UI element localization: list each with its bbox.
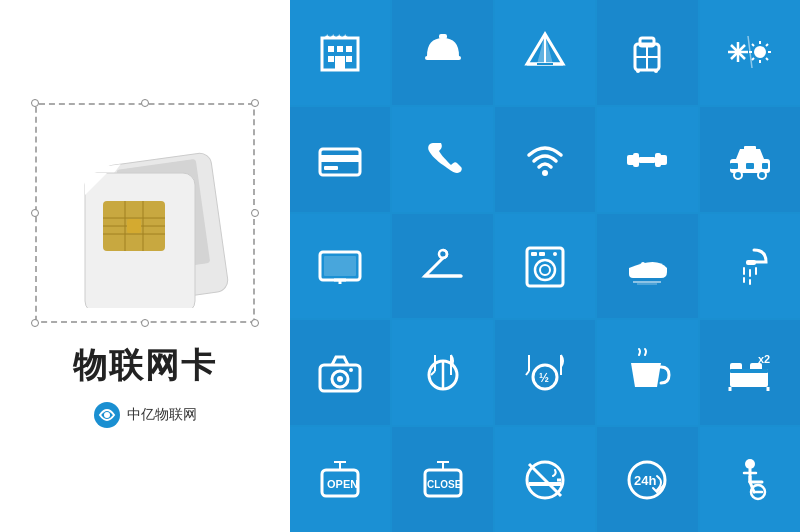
- svg-rect-20: [335, 56, 345, 70]
- svg-line-48: [752, 58, 754, 60]
- svg-line-94: [431, 371, 435, 375]
- svg-point-89: [337, 376, 343, 382]
- svg-text:24h: 24h: [634, 473, 656, 488]
- sim-card-container: [35, 103, 255, 323]
- iron-icon[interactable]: [597, 214, 697, 319]
- left-panel: 物联网卡 中亿物联网: [0, 0, 290, 532]
- tv-icon[interactable]: [290, 214, 390, 319]
- handle-tr: [251, 99, 259, 107]
- svg-point-13: [104, 412, 110, 418]
- svg-point-40: [754, 46, 766, 58]
- svg-rect-64: [762, 163, 768, 169]
- svg-rect-76: [539, 252, 545, 256]
- hanger-icon[interactable]: [392, 214, 492, 319]
- svg-rect-51: [320, 155, 360, 162]
- shower-icon[interactable]: [700, 214, 800, 319]
- double-bed-icon[interactable]: x2: [700, 320, 800, 425]
- svg-point-61: [758, 171, 766, 179]
- svg-rect-81: [746, 260, 756, 265]
- 24h-icon[interactable]: 24h: [597, 427, 697, 532]
- handle-tm: [141, 99, 149, 107]
- room-service-icon[interactable]: [392, 0, 492, 105]
- svg-point-60: [734, 171, 742, 179]
- svg-line-47: [766, 44, 768, 46]
- svg-rect-107: [730, 369, 768, 373]
- svg-rect-78: [641, 262, 645, 270]
- svg-rect-18: [328, 56, 334, 62]
- selection-border: [35, 103, 255, 323]
- svg-point-53: [542, 170, 548, 176]
- svg-point-77: [553, 252, 557, 256]
- svg-rect-62: [730, 163, 738, 169]
- brand-logo-icon: [93, 401, 121, 429]
- open-sign-icon[interactable]: OPEN: [290, 427, 390, 532]
- no-smoking-icon[interactable]: [495, 427, 595, 532]
- svg-rect-75: [531, 252, 537, 256]
- product-title: 物联网卡: [73, 343, 217, 389]
- close-sign-icon[interactable]: CLOSE: [392, 427, 492, 532]
- svg-line-99: [526, 371, 529, 375]
- svg-rect-52: [324, 166, 338, 170]
- wheelchair-icon[interactable]: [700, 427, 800, 532]
- svg-text:OPEN: OPEN: [327, 478, 358, 490]
- taxi-icon[interactable]: [700, 107, 800, 212]
- camera-icon[interactable]: [290, 320, 390, 425]
- handle-br: [251, 319, 259, 327]
- svg-line-46: [766, 58, 768, 60]
- handle-bm: [141, 319, 149, 327]
- washing-machine-icon[interactable]: [495, 214, 595, 319]
- coffee-icon[interactable]: [597, 320, 697, 425]
- gym-icon[interactable]: [597, 107, 697, 212]
- svg-rect-58: [639, 157, 655, 163]
- svg-line-119: [529, 464, 561, 496]
- handle-ml: [31, 209, 39, 217]
- svg-point-90: [349, 368, 353, 372]
- svg-text:½: ½: [539, 371, 549, 385]
- svg-rect-65: [744, 146, 756, 150]
- svg-rect-56: [633, 153, 639, 167]
- wifi-icon[interactable]: [495, 107, 595, 212]
- svg-point-73: [535, 260, 555, 280]
- restaurant-icon[interactable]: [392, 320, 492, 425]
- temperature-icon[interactable]: [700, 0, 800, 105]
- svg-point-35: [654, 69, 658, 73]
- handle-mr: [251, 209, 259, 217]
- svg-rect-22: [425, 56, 461, 60]
- hotel-icon[interactable]: ★★★★: [290, 0, 390, 105]
- svg-point-74: [540, 265, 550, 275]
- brand-row: 中亿物联网: [93, 401, 197, 429]
- camping-icon[interactable]: [495, 0, 595, 105]
- svg-point-34: [636, 69, 640, 73]
- phone-icon[interactable]: [392, 107, 492, 212]
- svg-line-45: [752, 44, 754, 46]
- svg-text:CLOSE: CLOSE: [427, 479, 462, 490]
- svg-rect-16: [337, 46, 343, 52]
- svg-rect-67: [324, 256, 356, 276]
- handle-tl: [31, 99, 39, 107]
- svg-rect-17: [346, 46, 352, 52]
- svg-rect-15: [328, 46, 334, 52]
- half-board-icon[interactable]: ½: [495, 320, 595, 425]
- icon-grid: ★★★★: [290, 0, 800, 532]
- handle-bl: [31, 319, 39, 327]
- credit-card-icon[interactable]: [290, 107, 390, 212]
- svg-text:★★★★: ★★★★: [324, 33, 348, 40]
- luggage-icon[interactable]: [597, 0, 697, 105]
- svg-rect-63: [746, 163, 754, 169]
- svg-rect-57: [655, 153, 661, 167]
- brand-name: 中亿物联网: [127, 406, 197, 424]
- svg-rect-19: [346, 56, 352, 62]
